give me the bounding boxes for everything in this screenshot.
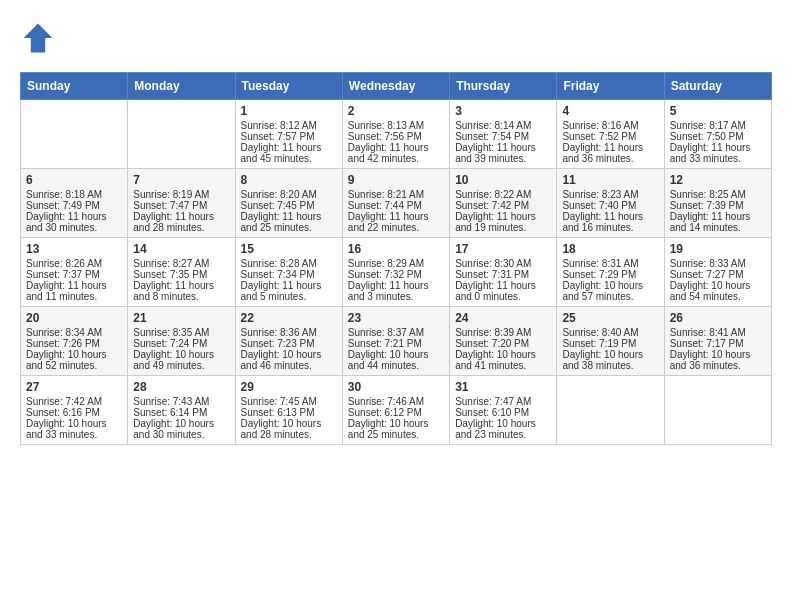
sunrise-text: Sunrise: 8:33 AM [670,258,766,269]
calendar-cell: 27Sunrise: 7:42 AMSunset: 6:16 PMDayligh… [21,376,128,445]
day-number: 2 [348,104,444,118]
calendar-cell: 15Sunrise: 8:28 AMSunset: 7:34 PMDayligh… [235,238,342,307]
calendar-cell: 16Sunrise: 8:29 AMSunset: 7:32 PMDayligh… [342,238,449,307]
weekday-header-tuesday: Tuesday [235,73,342,100]
sunrise-text: Sunrise: 7:42 AM [26,396,122,407]
sunrise-text: Sunrise: 8:12 AM [241,120,337,131]
day-number: 5 [670,104,766,118]
daylight-text: Daylight: 11 hours and 39 minutes. [455,142,551,164]
logo [20,20,60,56]
calendar-cell: 25Sunrise: 8:40 AMSunset: 7:19 PMDayligh… [557,307,664,376]
weekday-header-thursday: Thursday [450,73,557,100]
day-number: 11 [562,173,658,187]
calendar-cell: 13Sunrise: 8:26 AMSunset: 7:37 PMDayligh… [21,238,128,307]
sunrise-text: Sunrise: 8:36 AM [241,327,337,338]
calendar-cell: 14Sunrise: 8:27 AMSunset: 7:35 PMDayligh… [128,238,235,307]
sunset-text: Sunset: 7:37 PM [26,269,122,280]
sunrise-text: Sunrise: 8:35 AM [133,327,229,338]
sunrise-text: Sunrise: 8:27 AM [133,258,229,269]
weekday-header-saturday: Saturday [664,73,771,100]
sunrise-text: Sunrise: 7:47 AM [455,396,551,407]
calendar-cell: 28Sunrise: 7:43 AMSunset: 6:14 PMDayligh… [128,376,235,445]
daylight-text: Daylight: 10 hours and 36 minutes. [670,349,766,371]
sunrise-text: Sunrise: 8:29 AM [348,258,444,269]
day-number: 19 [670,242,766,256]
sunset-text: Sunset: 7:35 PM [133,269,229,280]
sunset-text: Sunset: 7:24 PM [133,338,229,349]
daylight-text: Daylight: 11 hours and 3 minutes. [348,280,444,302]
sunrise-text: Sunrise: 8:34 AM [26,327,122,338]
day-number: 30 [348,380,444,394]
sunrise-text: Sunrise: 8:23 AM [562,189,658,200]
day-number: 27 [26,380,122,394]
daylight-text: Daylight: 10 hours and 49 minutes. [133,349,229,371]
calendar-cell: 24Sunrise: 8:39 AMSunset: 7:20 PMDayligh… [450,307,557,376]
calendar-cell: 19Sunrise: 8:33 AMSunset: 7:27 PMDayligh… [664,238,771,307]
daylight-text: Daylight: 10 hours and 28 minutes. [241,418,337,440]
day-number: 28 [133,380,229,394]
calendar-cell: 30Sunrise: 7:46 AMSunset: 6:12 PMDayligh… [342,376,449,445]
sunrise-text: Sunrise: 8:19 AM [133,189,229,200]
sunrise-text: Sunrise: 8:13 AM [348,120,444,131]
weekday-header-wednesday: Wednesday [342,73,449,100]
daylight-text: Daylight: 11 hours and 8 minutes. [133,280,229,302]
day-number: 25 [562,311,658,325]
page-header [20,20,772,56]
day-number: 23 [348,311,444,325]
daylight-text: Daylight: 11 hours and 19 minutes. [455,211,551,233]
calendar-cell: 17Sunrise: 8:30 AMSunset: 7:31 PMDayligh… [450,238,557,307]
sunset-text: Sunset: 6:12 PM [348,407,444,418]
calendar-cell [664,376,771,445]
calendar-cell: 10Sunrise: 8:22 AMSunset: 7:42 PMDayligh… [450,169,557,238]
daylight-text: Daylight: 10 hours and 23 minutes. [455,418,551,440]
calendar-week-row: 6Sunrise: 8:18 AMSunset: 7:49 PMDaylight… [21,169,772,238]
sunrise-text: Sunrise: 8:30 AM [455,258,551,269]
sunset-text: Sunset: 7:56 PM [348,131,444,142]
day-number: 14 [133,242,229,256]
calendar-cell: 29Sunrise: 7:45 AMSunset: 6:13 PMDayligh… [235,376,342,445]
calendar-cell: 5Sunrise: 8:17 AMSunset: 7:50 PMDaylight… [664,100,771,169]
day-number: 10 [455,173,551,187]
calendar-cell [21,100,128,169]
sunrise-text: Sunrise: 7:46 AM [348,396,444,407]
day-number: 1 [241,104,337,118]
calendar-week-row: 20Sunrise: 8:34 AMSunset: 7:26 PMDayligh… [21,307,772,376]
sunrise-text: Sunrise: 8:39 AM [455,327,551,338]
sunrise-text: Sunrise: 8:41 AM [670,327,766,338]
daylight-text: Daylight: 10 hours and 38 minutes. [562,349,658,371]
day-number: 6 [26,173,122,187]
daylight-text: Daylight: 10 hours and 46 minutes. [241,349,337,371]
sunrise-text: Sunrise: 8:37 AM [348,327,444,338]
daylight-text: Daylight: 11 hours and 25 minutes. [241,211,337,233]
sunset-text: Sunset: 7:57 PM [241,131,337,142]
day-number: 15 [241,242,337,256]
daylight-text: Daylight: 10 hours and 41 minutes. [455,349,551,371]
calendar-cell: 1Sunrise: 8:12 AMSunset: 7:57 PMDaylight… [235,100,342,169]
daylight-text: Daylight: 11 hours and 14 minutes. [670,211,766,233]
calendar-cell: 3Sunrise: 8:14 AMSunset: 7:54 PMDaylight… [450,100,557,169]
calendar-cell: 12Sunrise: 8:25 AMSunset: 7:39 PMDayligh… [664,169,771,238]
sunset-text: Sunset: 7:45 PM [241,200,337,211]
day-number: 17 [455,242,551,256]
daylight-text: Daylight: 11 hours and 45 minutes. [241,142,337,164]
sunrise-text: Sunrise: 8:22 AM [455,189,551,200]
day-number: 3 [455,104,551,118]
calendar-cell [128,100,235,169]
sunset-text: Sunset: 7:52 PM [562,131,658,142]
sunset-text: Sunset: 7:47 PM [133,200,229,211]
daylight-text: Daylight: 11 hours and 5 minutes. [241,280,337,302]
daylight-text: Daylight: 10 hours and 30 minutes. [133,418,229,440]
calendar-cell: 18Sunrise: 8:31 AMSunset: 7:29 PMDayligh… [557,238,664,307]
day-number: 21 [133,311,229,325]
sunset-text: Sunset: 7:27 PM [670,269,766,280]
sunset-text: Sunset: 7:34 PM [241,269,337,280]
daylight-text: Daylight: 10 hours and 52 minutes. [26,349,122,371]
calendar-table: SundayMondayTuesdayWednesdayThursdayFrid… [20,72,772,445]
calendar-cell: 31Sunrise: 7:47 AMSunset: 6:10 PMDayligh… [450,376,557,445]
calendar-cell: 26Sunrise: 8:41 AMSunset: 7:17 PMDayligh… [664,307,771,376]
sunset-text: Sunset: 7:19 PM [562,338,658,349]
sunset-text: Sunset: 7:31 PM [455,269,551,280]
day-number: 22 [241,311,337,325]
calendar-cell: 22Sunrise: 8:36 AMSunset: 7:23 PMDayligh… [235,307,342,376]
sunrise-text: Sunrise: 8:17 AM [670,120,766,131]
